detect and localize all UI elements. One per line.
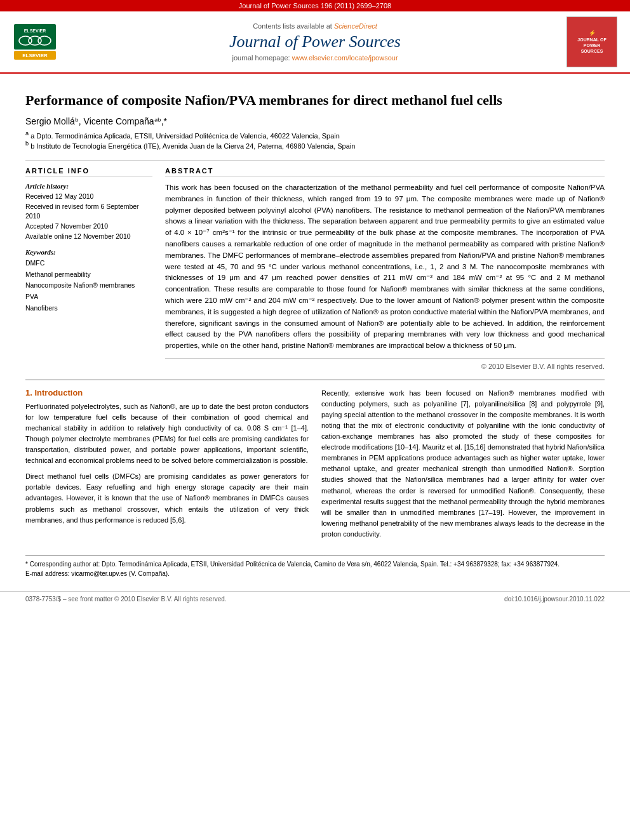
journal-header: ELSEVIER ELSEVIER Contents lists availab… xyxy=(0,11,630,74)
keyword-pva: PVA xyxy=(25,291,152,303)
copyright-line: © 2010 Elsevier B.V. All rights reserved… xyxy=(165,358,605,370)
abstract-text: This work has been focused on the charac… xyxy=(165,182,605,352)
keywords-heading: Keywords: xyxy=(25,248,152,256)
footer-doi: doi:10.1016/j.jpowsour.2010.11.022 xyxy=(504,596,605,603)
revised-date: Received in revised form 6 September 201… xyxy=(25,202,152,222)
intro-heading: 1. Introduction xyxy=(25,388,309,397)
introduction-section: 1. Introduction Perfluorinated polyelect… xyxy=(25,379,605,545)
contents-available-line: Contents lists available at ScienceDirec… xyxy=(64,22,566,30)
article-info-col: ARTICLE INFO Article history: Received 1… xyxy=(25,167,152,370)
intro-para2: Direct methanol fuel cells (DMFCs) are p… xyxy=(25,471,309,525)
svg-text:ELSEVIER: ELSEVIER xyxy=(24,29,46,33)
keyword-list: DMFC Methanol permeability Nanocomposite… xyxy=(25,258,152,314)
affiliation-a: a a Dpto. Termodinámica Aplicada, ETSII,… xyxy=(25,130,605,140)
online-date: Available online 12 November 2010 xyxy=(25,232,152,242)
svg-rect-1 xyxy=(14,24,56,50)
sciencedirect-link[interactable]: ScienceDirect xyxy=(334,22,377,30)
contents-label: Contents lists available at xyxy=(253,22,332,30)
author-names: Sergio Molláᵇ, Vicente Compañaᵃᵇ,* xyxy=(25,116,167,126)
keyword-nanocomposite: Nanocomposite Nafion® membranes xyxy=(25,280,152,291)
journal-title-area: Contents lists available at ScienceDirec… xyxy=(64,22,566,62)
elsevier-branding: ELSEVIER ELSEVIER xyxy=(13,23,64,61)
intro-para1: Perfluorinated polyelectrolytes, such as… xyxy=(25,401,309,466)
keyword-methanol: Methanol permeability xyxy=(25,269,152,281)
article-title: Performance of composite Nafion/PVA memb… xyxy=(25,91,605,110)
accepted-date: Accepted 7 November 2010 xyxy=(25,222,152,232)
keyword-dmfc: DMFC xyxy=(25,258,152,269)
footer-bar: 0378-7753/$ – see front matter © 2010 El… xyxy=(0,591,630,606)
journal-url[interactable]: www.elsevier.com/locate/jpowsour xyxy=(292,54,398,62)
journal-reference-text: Journal of Power Sources 196 (2011) 2699… xyxy=(239,2,391,10)
keywords-block: Keywords: DMFC Methanol permeability Nan… xyxy=(25,248,152,314)
svg-text:ELSEVIER: ELSEVIER xyxy=(22,53,48,58)
article-history-heading: Article history: xyxy=(25,182,152,190)
elsevier-logo-icon: ELSEVIER ELSEVIER xyxy=(13,23,57,61)
affiliation-b: b b Instituto de Tecnología Energética (… xyxy=(25,140,605,150)
article-info-label: ARTICLE INFO xyxy=(25,167,152,177)
email-address: vicarmo@ter.upv.es (V. Compaña). xyxy=(71,570,170,577)
main-content: Performance of composite Nafion/PVA memb… xyxy=(0,74,630,591)
corresponding-author-note: * Corresponding author at: Dpto. Termodi… xyxy=(25,559,605,569)
intro-left-col: 1. Introduction Perfluorinated polyelect… xyxy=(25,388,309,545)
abstract-col: ABSTRACT This work has been focused on t… xyxy=(165,167,605,370)
journal-logo-box: ⚡ JOURNAL OF POWER SOURCES xyxy=(566,17,617,67)
email-note: E-mail address: vicarmo@ter.upv.es (V. C… xyxy=(25,569,605,578)
intro-para3: Recently, extensive work has been focuse… xyxy=(321,388,605,540)
footer-issn: 0378-7753/$ – see front matter © 2010 El… xyxy=(25,596,227,603)
article-history-block: Article history: Received 12 May 2010 Re… xyxy=(25,182,152,242)
abstract-label: ABSTRACT xyxy=(165,167,605,177)
received-date: Received 12 May 2010 xyxy=(25,192,152,202)
journal-title: Journal of Power Sources xyxy=(64,32,566,51)
journal-reference-bar: Journal of Power Sources 196 (2011) 2699… xyxy=(0,0,630,11)
authors: Sergio Molláᵇ, Vicente Compañaᵃᵇ,* xyxy=(25,116,605,126)
keyword-nanofibers: Nanofibers xyxy=(25,303,152,314)
journal-homepage: journal homepage: www.elsevier.com/locat… xyxy=(64,54,566,62)
intro-right-col: Recently, extensive work has been focuse… xyxy=(321,388,605,545)
footnotes-section: * Corresponding author at: Dpto. Termodi… xyxy=(25,555,605,578)
article-info-abstract: ARTICLE INFO Article history: Received 1… xyxy=(25,160,605,370)
email-label: E-mail address: xyxy=(25,570,69,577)
